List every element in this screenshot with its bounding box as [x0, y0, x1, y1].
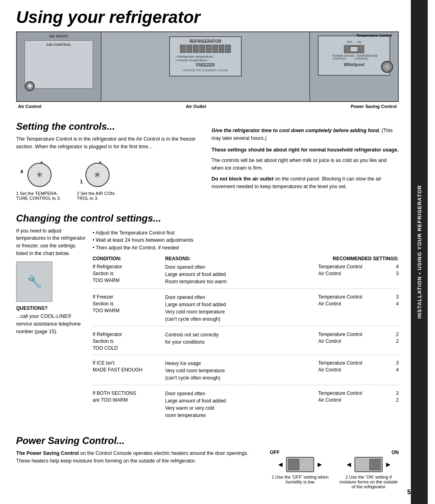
- ps-item1-caption: Use the 'OFF' setting when humidity is l…: [276, 475, 329, 484]
- right-control-panel: Temperature Control OFF ON POWER SAVING …: [309, 32, 398, 101]
- table-row-5: If BOTH SECTIONS are TOO WARM Door opene…: [93, 390, 399, 422]
- center-panel: REFRIGERATOR • Refrigerator temperature.…: [102, 32, 309, 101]
- service-image: 🔧: [16, 261, 52, 302]
- condition-1: If Refrigerator Section is TOO WARM: [93, 263, 165, 284]
- service-icon: 🔧: [27, 274, 42, 288]
- ps-off-item: OFF ◄ ► 1 Use the 'OFF' setting when hum…: [270, 450, 330, 484]
- knob-2-circle[interactable]: ✳: [85, 163, 110, 187]
- ps-bold: The Power Saving Control: [16, 450, 79, 456]
- temp-control-top-label: Temperature Control: [356, 33, 392, 37]
- ps-off-label: OFF: [270, 450, 280, 455]
- ps-on-label: ON: [392, 450, 399, 455]
- refrigerator-panel-title: REFRIGERATOR: [189, 39, 221, 44]
- ps-off-switch[interactable]: [286, 457, 314, 472]
- reasons-2: Door opened often Large amount of food a…: [165, 294, 318, 323]
- table-row-3: If Refrigerator Section is TOO COLD Cont…: [93, 331, 399, 355]
- temperature-knob[interactable]: [381, 61, 393, 73]
- ps-on-caption: 2 Use the 'ON' setting if moisture forms…: [338, 475, 399, 489]
- sidebar-tab-label: INSTALLATION • USING YOUR REFRIGERATOR: [416, 185, 423, 319]
- col-reasons-header: REASONS:: [165, 256, 318, 261]
- rec-pair-3: Temperature Control Air Control 2 2: [318, 331, 399, 345]
- freezer-section: NO FROST AIR CONTROL ✳: [17, 32, 102, 101]
- ps-on-item: ON ◄ ► 2 Use the 'ON' setting if moistur…: [338, 450, 399, 489]
- table-header: CONDITION: REASONS: RECOMMENDED SETTINGS…: [93, 256, 399, 261]
- setting-right-subheading: These settings should be about right for…: [211, 146, 399, 154]
- ps-on-right-arrow: ►: [385, 460, 392, 469]
- ps-switch-handle-off: [288, 459, 299, 470]
- knob-1-circle[interactable]: ✳: [27, 163, 52, 187]
- bullet-1: Adjust the Temperature Control first: [93, 229, 399, 237]
- rec-numbers-1: 4 3: [394, 263, 399, 277]
- ps-off-caption: 1 Use the 'OFF' setting when humidity is…: [270, 475, 330, 484]
- rec-pair-2: Temperature Control Air Control 3 4: [318, 294, 399, 307]
- knob-2-caption: 2 Set the AIR CON- TROL to 3.: [77, 191, 116, 201]
- adjustment-bullets: Adjust the Temperature Control first Wai…: [93, 229, 399, 252]
- refrigerator-panel: REFRIGERATOR • Refrigerator temperature.…: [169, 36, 242, 77]
- questions-title: QUESTIONS?: [16, 305, 85, 312]
- ps-off-label-row: OFF: [270, 450, 330, 455]
- power-saving-content: The Power Saving Control on the Control …: [16, 450, 399, 489]
- whirlpool-logo: Whirlpool: [344, 62, 365, 67]
- freezer-panel-title: FREEZER: [196, 63, 215, 67]
- ps-on-diagram: ◄ ►: [345, 457, 392, 472]
- rec-numbers-4: 3 4: [394, 360, 399, 373]
- ps-small-labels: POWER SAVING TEMPERATURE CONTROL CONTROL: [330, 54, 377, 60]
- table-row-1: If Refrigerator Section is TOO WARM Door…: [93, 263, 399, 289]
- rec-labels-4: Temperature Control Air Control: [318, 360, 362, 373]
- bullet-3: Then adjust the Air Control, if needed: [93, 244, 399, 252]
- panel-text: • Refrigerator temperature... • Freezer …: [172, 54, 239, 63]
- control-table: CONDITION: REASONS: RECOMMENDED SETTINGS…: [93, 256, 399, 422]
- ps-item2-caption: Use the 'ON' setting if moisture forms o…: [340, 475, 398, 489]
- knob-section: 5 4 3 2 1 ✳ 1 Set the TEMPERA- TURE CONT…: [16, 157, 203, 201]
- block-warning-para: Do not block the air outlet on the contr…: [211, 175, 399, 191]
- rec-pair-4: Temperature Control Air Control 3 4: [318, 360, 399, 373]
- knob-1-diagram: 5 4 3 2 1 ✳: [20, 157, 56, 189]
- power-saving-section: Power Saving Control... The Power Saving…: [16, 435, 399, 489]
- recommended-3: Temperature Control Air Control 2 2: [318, 331, 399, 345]
- knob-1-caption: 1 Set the TEMPERA- TURE CONTROL to 3.: [16, 191, 61, 201]
- knob-2-star: ✳: [94, 170, 101, 180]
- air-control-inner-label: AIR CONTROL: [46, 43, 72, 47]
- on-off-switch[interactable]: [344, 45, 364, 53]
- page-number: 5: [407, 489, 411, 496]
- condition-5: If BOTH SECTIONS are TOO WARM: [93, 390, 165, 404]
- setting-controls-section: Setting the controls... The Temperature …: [16, 115, 399, 207]
- rec-pair-5: Temperature Control Air Control 3 2: [318, 390, 399, 404]
- questions-body: ...call your COOL-LINE® service assistan…: [16, 313, 85, 335]
- rec-numbers-3: 2 2: [394, 331, 399, 345]
- ps-off-diagram: ◄ ►: [277, 457, 323, 472]
- knob-2-diagram: 1 2 3 4 5 ✳: [78, 157, 114, 189]
- power-saving-title: Power Saving Control...: [16, 435, 399, 446]
- reasons-1: Door opened often Large amount of food a…: [165, 263, 318, 285]
- switch-row: OFF ON: [347, 40, 361, 44]
- condition-4: If ICE isn't MADE FAST ENOUGH: [93, 360, 165, 373]
- ps-on-switch[interactable]: [354, 457, 383, 472]
- setting-right-body: The controls will be set about right whe…: [211, 157, 399, 172]
- changing-settings-title: Changing the control settings...: [16, 213, 399, 224]
- col-recommended-header: RECOMMENDED SETTINGS:: [318, 256, 399, 261]
- rec-labels-5: Temperature Control Air Control: [318, 390, 362, 404]
- ps-left-arrow: ◄: [277, 460, 284, 469]
- rec-labels-2: Temperature Control Air Control: [318, 294, 362, 307]
- changing-intro: If you need to adjust temperatures in th…: [16, 227, 87, 257]
- setting-controls-body: The Temperature Control is in the refrig…: [16, 135, 203, 151]
- knob-2-item: 1 2 3 4 5 ✳ 2 Set the AIR CON- TROL to 3…: [77, 157, 116, 201]
- col-condition-header: CONDITION:: [93, 256, 165, 261]
- condition-2: If Freezer Section is TOO WARM: [93, 294, 165, 314]
- setting-controls-left: Setting the controls... The Temperature …: [16, 115, 203, 207]
- heater-label: HEATER OR SUMMER USAGE: [182, 68, 228, 72]
- ps-right-arrow: ►: [316, 460, 323, 469]
- block-warning-bold: Do not block the air outlet: [211, 176, 273, 182]
- air-control-knob[interactable]: ✳: [25, 81, 35, 91]
- ps-switch-handle-on: [369, 459, 381, 470]
- recommended-1: Temperature Control Air Control 4 3: [318, 263, 399, 277]
- knob-1-star: ✳: [36, 170, 43, 180]
- rec-numbers-5: 3 2: [394, 390, 399, 404]
- no-frost-label: NO FROST: [50, 34, 68, 38]
- power-saving-text: The Power Saving Control on the Control …: [16, 450, 262, 465]
- ps-on-left-arrow: ◄: [345, 460, 352, 469]
- power-saving-label: Power Saving Control: [351, 104, 397, 109]
- off-label: OFF ON: [347, 40, 361, 44]
- reasons-3: Controls not set correctly for your cond…: [165, 331, 318, 346]
- ps-on-label-row: ON: [338, 450, 399, 455]
